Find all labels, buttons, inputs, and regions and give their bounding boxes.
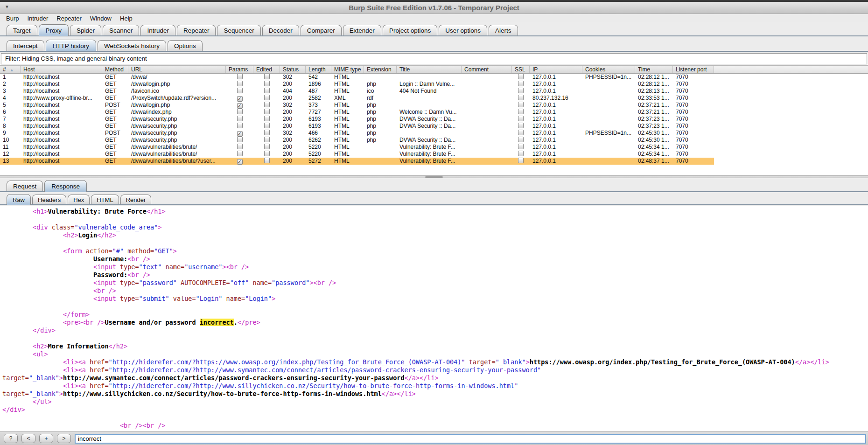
table-row[interactable]: 12http://localhostGET/dvwa/vulnerabiliti… [0, 151, 714, 158]
help-button[interactable]: ? [4, 434, 18, 443]
cell-comment [462, 81, 512, 88]
tab-user-options[interactable]: User options [439, 25, 487, 35]
header-cell-cookies[interactable]: Cookies [582, 66, 635, 73]
tab-repeater[interactable]: Repeater [177, 25, 216, 35]
cell-cookies [582, 151, 635, 158]
tab-response[interactable]: Response [44, 180, 87, 192]
tab-project-options[interactable]: Project options [383, 25, 437, 35]
cell-num: 5 [0, 102, 21, 109]
cell-port: 7070 [673, 123, 714, 130]
header-cell-params[interactable]: Params [226, 66, 253, 73]
table-row[interactable]: 7http://localhostGET/dvwa/security.php20… [0, 116, 714, 123]
menu-item-repeater[interactable]: Repeater [52, 14, 85, 23]
table-row[interactable]: 11http://localhostGET/dvwa/vulnerabiliti… [0, 144, 714, 151]
cell-port: 7070 [673, 95, 714, 102]
tab-decoder[interactable]: Decoder [262, 25, 299, 35]
tab-alerts[interactable]: Alerts [489, 25, 518, 35]
cell-status: 200 [280, 137, 306, 144]
tab-comparer[interactable]: Comparer [301, 25, 342, 35]
tab-intruder[interactable]: Intruder [140, 25, 175, 35]
header-cell-method[interactable]: Method [102, 66, 128, 73]
cell-port: 7070 [673, 130, 714, 137]
header-cell-status[interactable]: Status [280, 66, 306, 73]
code-line: <div class="vulnerable_code_area"> [2, 223, 868, 231]
tab-request[interactable]: Request [7, 181, 43, 191]
search-input[interactable] [75, 434, 866, 444]
tab-scanner[interactable]: Scanner [103, 25, 139, 35]
table-row[interactable]: 8http://localhostGET/dvwa/security.php20… [0, 123, 714, 130]
tab-options[interactable]: Options [168, 40, 203, 51]
header-cell-length[interactable]: Length [306, 66, 331, 73]
menu-item-window[interactable]: Window [86, 14, 116, 23]
title-bar: ▼ Burp Suite Free Edition v1.7.06 - Temp… [0, 0, 868, 14]
table-row[interactable]: 2http://localhostGET/dvwa/login.php20018… [0, 81, 714, 88]
header-cell-edited[interactable]: Edited [253, 66, 280, 73]
cell-title: DVWA Security :: Da... [397, 123, 462, 130]
header-cell-mime-type[interactable]: MIME type [331, 66, 364, 73]
table-row[interactable]: 1http://localhostGET/dvwa/302542HTML127.… [0, 74, 714, 81]
header-cell-title[interactable]: Title [397, 66, 462, 73]
code-line [2, 216, 868, 223]
header-cell-time[interactable]: Time [635, 66, 673, 73]
tab-spider[interactable]: Spider [70, 25, 101, 35]
next-match-button[interactable]: > [57, 434, 71, 443]
tab-intercept[interactable]: Intercept [7, 40, 44, 51]
cell-status: 302 [280, 130, 306, 137]
cell-url: /dvwa/vulnerabilities/brute/ [128, 144, 226, 151]
tab-http-history[interactable]: HTTP history [46, 40, 97, 52]
cell-url: /dvwa/security.php [128, 130, 226, 137]
header-cell-ssl[interactable]: SSL [512, 66, 530, 73]
header-cell-ip[interactable]: IP [530, 66, 582, 73]
edited-checkbox [264, 81, 270, 86]
header-cell--[interactable]: #▲ [0, 66, 21, 73]
header-cell-url[interactable]: URL [128, 66, 226, 73]
tab-proxy[interactable]: Proxy [39, 24, 69, 36]
header-cell-extension[interactable]: Extension [364, 66, 397, 73]
table-row[interactable]: 3http://localhostGET/favicon.ico404487HT… [0, 88, 714, 95]
menu-item-burp[interactable]: Burp [2, 14, 23, 23]
cell-ip: 127.0.0.1 [530, 74, 582, 81]
tab-websockets-history[interactable]: WebSockets history [98, 40, 166, 51]
cell-method: GET [102, 81, 128, 88]
table-row[interactable]: 9http://localhostPOST/dvwa/security.php3… [0, 130, 714, 137]
tab-headers[interactable]: Headers [32, 195, 66, 204]
splitter-handle-icon[interactable] [425, 176, 443, 178]
tab-target[interactable]: Target [7, 25, 37, 35]
params-checkbox [237, 137, 243, 142]
panel-splitter[interactable] [0, 175, 868, 178]
cell-comment [462, 88, 512, 95]
cell-host: http://localhost [21, 151, 102, 158]
tab-html[interactable]: HTML [91, 195, 119, 204]
code-line: <input type="submit" value="Login" name=… [2, 295, 868, 303]
tab-sequencer[interactable]: Sequencer [217, 25, 260, 35]
edited-checkbox [264, 109, 270, 114]
cell-method: GET [102, 74, 128, 81]
header-cell-listener-port[interactable]: Listener port [673, 66, 714, 73]
cell-time: 02:33:53 1... [635, 95, 673, 102]
tab-raw[interactable]: Raw [7, 194, 31, 205]
cell-num: 8 [0, 123, 21, 130]
table-row[interactable]: 13http://localhostGET/dvwa/vulnerabiliti… [0, 158, 714, 165]
table-row[interactable]: 5http://localhostPOST/dvwa/login.php3023… [0, 102, 714, 109]
cell-url: /dvwa/vulnerabilities/brute/ [128, 151, 226, 158]
cell-method: GET [102, 109, 128, 116]
table-row[interactable]: 6http://localhostGET/dvwa/index.php20077… [0, 109, 714, 116]
cell-ip: 127.0.0.1 [530, 81, 582, 88]
menu-item-help[interactable]: Help [116, 14, 137, 23]
previous-match-button[interactable]: < [21, 434, 35, 443]
cell-url: /dvwa/login.php [128, 102, 226, 109]
tab-hex[interactable]: Hex [68, 195, 90, 204]
table-row[interactable]: 4http://www.proxy-offline-br...GET/Proxy… [0, 95, 714, 102]
table-row[interactable]: 10http://localhostGET/dvwa/security.php2… [0, 137, 714, 144]
tab-render[interactable]: Render [120, 195, 152, 204]
cell-edited [253, 102, 280, 109]
response-raw-view[interactable]: <h1>Vulnerability: Brute Force</h1> <div… [0, 206, 868, 431]
header-cell-comment[interactable]: Comment [462, 66, 512, 73]
filter-bar[interactable]: Filter: Hiding CSS, image and general bi… [1, 53, 867, 64]
tab-extender[interactable]: Extender [343, 25, 381, 35]
cell-title: Vulnerability: Brute F... [397, 144, 462, 151]
add-highlight-button[interactable]: + [39, 434, 53, 443]
window-menu-icon[interactable]: ▼ [5, 4, 9, 9]
header-cell-host[interactable]: Host [21, 66, 102, 73]
menu-item-intruder[interactable]: Intruder [23, 14, 52, 23]
